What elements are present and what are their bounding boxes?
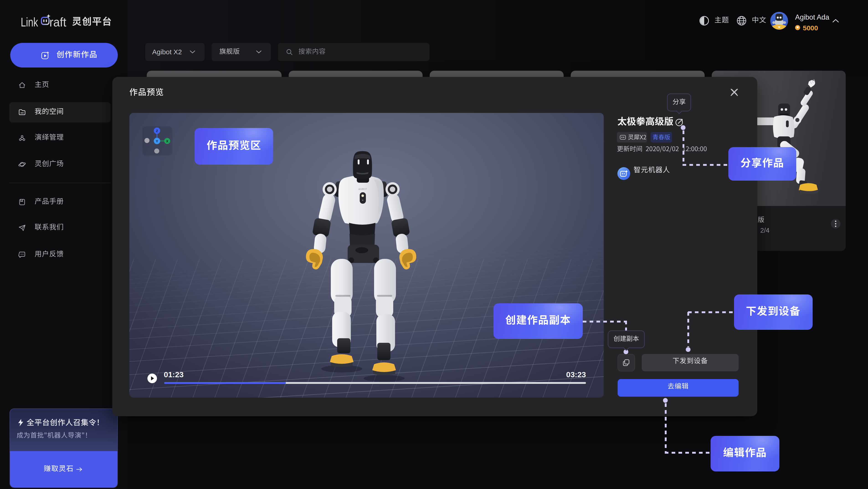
svg-text:Z: Z [156, 129, 158, 133]
svg-text:Y: Y [156, 139, 158, 143]
svg-text:Link: Link [21, 15, 38, 29]
svg-text:AGIBOT: AGIBOT [359, 188, 367, 191]
svg-text:X: X [166, 139, 168, 143]
svg-text:raft: raft [50, 15, 66, 29]
